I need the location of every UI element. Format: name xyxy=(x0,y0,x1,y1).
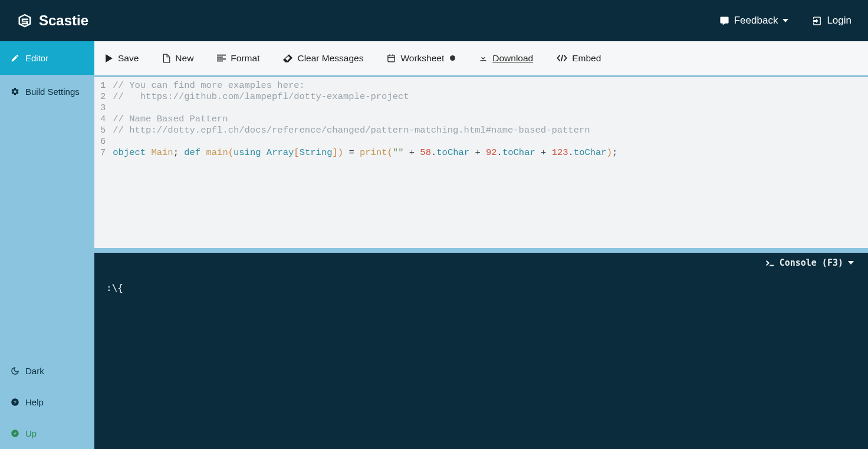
console-separator xyxy=(94,248,868,253)
sidebar-editor-label: Editor xyxy=(25,53,48,63)
sidebar-item-build-settings[interactable]: Build Settings xyxy=(0,75,94,108)
calendar-icon xyxy=(387,54,396,62)
feedback-link[interactable]: Feedback xyxy=(719,15,789,27)
svg-rect-3 xyxy=(217,55,226,56)
clear-messages-button[interactable]: Clear Messages xyxy=(283,53,363,64)
align-icon xyxy=(217,54,226,62)
svg-text:?: ? xyxy=(14,400,17,405)
sidebar-item-dark[interactable]: Dark xyxy=(0,355,94,387)
save-button[interactable]: Save xyxy=(105,53,139,64)
caret-down-icon xyxy=(848,260,854,265)
console-output: :\{ xyxy=(94,253,868,293)
embed-button[interactable]: Embed xyxy=(557,53,601,64)
help-icon: ? xyxy=(11,398,19,407)
download-button[interactable]: Download xyxy=(479,53,533,64)
sidebar-item-up[interactable]: Up xyxy=(0,418,94,449)
app-name: Scastie xyxy=(39,12,88,29)
play-icon xyxy=(105,54,113,62)
app-header: Scastie Feedback Login xyxy=(0,0,868,41)
worksheet-button[interactable]: Worksheet xyxy=(387,53,455,64)
download-label: Download xyxy=(492,53,533,64)
sidebar-help-label: Help xyxy=(25,397,44,407)
svg-rect-4 xyxy=(217,57,223,58)
check-circle-icon xyxy=(11,429,19,438)
format-label: Format xyxy=(231,53,259,64)
console-header-label: Console (F3) xyxy=(780,257,843,268)
scastie-logo-icon xyxy=(17,12,33,29)
moon-icon xyxy=(11,367,19,375)
sidebar-build-settings-label: Build Settings xyxy=(25,87,80,97)
console-toggle[interactable]: Console (F3) xyxy=(765,257,854,268)
edit-icon xyxy=(11,54,19,62)
login-label: Login xyxy=(827,15,851,27)
file-icon xyxy=(162,54,170,63)
svg-rect-5 xyxy=(217,58,226,60)
logo[interactable]: Scastie xyxy=(17,12,88,29)
download-icon xyxy=(479,54,488,62)
format-button[interactable]: Format xyxy=(217,53,259,64)
caret-down-icon xyxy=(782,18,788,24)
embed-label: Embed xyxy=(572,53,601,64)
new-label: New xyxy=(175,53,193,64)
sidebar-up-label: Up xyxy=(25,428,37,438)
login-link[interactable]: Login xyxy=(812,15,851,27)
eraser-icon xyxy=(283,54,292,62)
code-editor[interactable]: 1 2 3 4 5 6 7 // You can find more examp… xyxy=(94,75,868,248)
feedback-label: Feedback xyxy=(734,15,778,27)
new-button[interactable]: New xyxy=(162,53,193,64)
login-icon xyxy=(812,16,822,26)
sidebar: Editor Build Settings Dark ? Help xyxy=(0,41,94,449)
terminal-icon xyxy=(765,259,775,267)
toolbar: Save New Format Clear Messages Worksheet xyxy=(94,41,868,75)
worksheet-status-dot xyxy=(450,55,455,61)
comment-icon xyxy=(719,16,729,26)
clear-label: Clear Messages xyxy=(297,53,363,64)
sidebar-dark-label: Dark xyxy=(25,366,44,376)
code-icon xyxy=(557,54,567,62)
console-panel: Console (F3) :\{ xyxy=(94,253,868,449)
code-content[interactable]: // You can find more examples here:// ht… xyxy=(109,77,617,248)
line-gutter: 1 2 3 4 5 6 7 xyxy=(94,77,109,248)
svg-rect-6 xyxy=(217,61,223,62)
svg-rect-7 xyxy=(388,55,394,62)
gear-icon xyxy=(11,87,19,96)
svg-line-11 xyxy=(561,55,563,61)
worksheet-label: Worksheet xyxy=(400,53,444,64)
save-label: Save xyxy=(118,53,139,64)
sidebar-item-editor[interactable]: Editor xyxy=(0,41,94,75)
sidebar-item-help[interactable]: ? Help xyxy=(0,387,94,418)
